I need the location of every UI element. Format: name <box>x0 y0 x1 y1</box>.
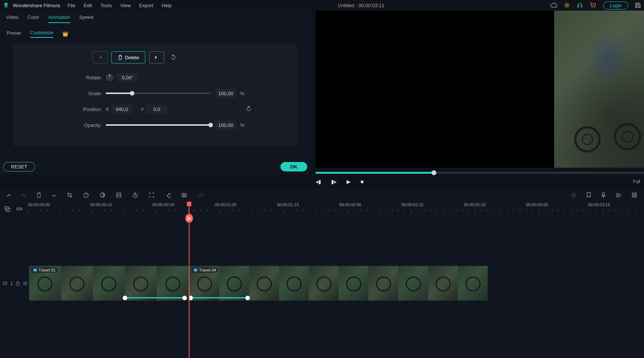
support-icon[interactable] <box>577 2 583 8</box>
brand-name: Wondershare Filmora <box>13 3 60 8</box>
clip-travel-01[interactable]: Travel 01 <box>29 266 189 301</box>
stop-button[interactable]: ■ <box>361 179 364 185</box>
visibility-icon[interactable] <box>23 281 28 285</box>
rotate-value[interactable] <box>117 73 138 82</box>
x-label: X <box>106 106 109 112</box>
position-x-value[interactable] <box>111 105 132 114</box>
fullscreen-button[interactable]: Full <box>633 179 640 184</box>
timeline-body[interactable]: 1 Travel 01 Travel 04 <box>0 223 644 358</box>
tab-preset[interactable]: Preset <box>7 30 21 37</box>
keyframe-dot[interactable] <box>123 296 127 300</box>
tab-color[interactable]: Color <box>28 14 39 23</box>
scissors-icon[interactable] <box>185 214 193 223</box>
redo-icon[interactable]: ↷ <box>22 193 26 199</box>
reset-keyframe-icon[interactable] <box>170 54 176 60</box>
crop-icon[interactable] <box>67 192 72 199</box>
time-ruler[interactable]: 00:00:00:0000:00:00:1000:00:00:2000:00:0… <box>28 202 644 223</box>
rotate-dial[interactable] <box>106 74 113 81</box>
svg-point-35 <box>25 282 26 284</box>
media-icon[interactable] <box>5 206 10 213</box>
speed-icon[interactable] <box>83 192 89 199</box>
preview-progress[interactable] <box>316 172 644 174</box>
track-number: 1 <box>10 281 13 286</box>
svg-line-8 <box>565 3 566 4</box>
cloud-icon[interactable] <box>550 3 557 8</box>
green-screen-icon[interactable] <box>116 192 122 199</box>
scale-unit: % <box>240 91 245 96</box>
render-icon[interactable] <box>570 192 576 199</box>
tab-video[interactable]: Video <box>6 14 18 23</box>
position-row: Position: X Y <box>21 104 290 114</box>
rotate-label: Rotate: <box>21 75 106 80</box>
position-y-value[interactable] <box>146 105 167 114</box>
scale-label: Scale: <box>21 91 106 96</box>
property-tabs: Video Color Animation Speed <box>0 11 310 27</box>
preview-area: ◂▮ ▮▸ ▶ ■ Full <box>310 11 644 189</box>
lock-icon[interactable] <box>16 281 20 286</box>
ruler-label: 00:00:02:10 <box>402 202 424 207</box>
prev-keyframe-button[interactable] <box>92 51 108 63</box>
voiceover-icon[interactable] <box>601 192 606 199</box>
clip-label: Travel 01 <box>31 267 57 273</box>
expand-icon[interactable] <box>149 192 154 199</box>
scale-row: Scale: % <box>21 88 290 98</box>
svg-marker-2 <box>4 6 8 8</box>
keyframe-dot[interactable] <box>182 296 187 300</box>
ruler-label: 00:00:01:15 <box>277 202 299 207</box>
keyframe-dot[interactable] <box>245 296 250 300</box>
settings-sparkle-icon[interactable] <box>564 2 570 8</box>
menu-view[interactable]: View <box>120 3 131 8</box>
duration-icon[interactable] <box>132 192 138 199</box>
prev-frame-button[interactable]: ◂▮ <box>316 179 321 185</box>
split-icon[interactable]: ✂ <box>52 193 56 199</box>
svg-point-23 <box>183 196 184 198</box>
adjust-icon[interactable] <box>181 193 187 199</box>
cart-icon[interactable] <box>590 2 596 8</box>
keyframe-controls: Delete <box>92 51 290 63</box>
menu-file[interactable]: File <box>68 3 75 8</box>
main-menu: File Edit Tools View Export Help <box>68 3 172 8</box>
play-button[interactable]: ▶ <box>347 179 351 185</box>
tab-speed[interactable]: Speed <box>79 14 94 23</box>
snap-icon[interactable] <box>632 192 637 199</box>
keyframe-icon[interactable] <box>165 192 171 199</box>
menu-tools[interactable]: Tools <box>100 3 112 8</box>
svg-line-9 <box>569 7 569 8</box>
opacity-slider[interactable] <box>106 124 211 126</box>
menu-edit[interactable]: Edit <box>84 3 92 8</box>
scale-slider[interactable] <box>106 93 211 94</box>
delete-keyframe-button[interactable]: Delete <box>111 51 145 63</box>
ruler-label: 00:00:01:05 <box>215 202 237 207</box>
ruler-label: 00:00:00:20 <box>153 202 174 207</box>
progress-knob[interactable] <box>431 170 436 175</box>
link-icon[interactable] <box>16 206 22 213</box>
svg-point-25 <box>573 194 574 196</box>
tab-animation[interactable]: Animation <box>48 14 70 23</box>
brand-logo <box>3 2 9 8</box>
tab-customize[interactable]: Customize <box>30 30 53 38</box>
title-right: Login <box>550 2 641 9</box>
position-reset-icon[interactable] <box>246 106 290 113</box>
reset-button[interactable]: RESET <box>3 162 35 171</box>
login-button[interactable]: Login <box>603 2 628 9</box>
svg-point-21 <box>182 193 184 194</box>
preview-video[interactable] <box>316 11 644 168</box>
ok-button[interactable]: OK <box>280 162 308 171</box>
marker-icon[interactable] <box>586 192 591 199</box>
svg-rect-12 <box>578 6 579 7</box>
track-options-icon[interactable] <box>616 193 622 199</box>
next-keyframe-button[interactable] <box>149 51 164 63</box>
color-icon[interactable] <box>100 192 105 199</box>
next-frame-button[interactable]: ▮▸ <box>331 179 337 185</box>
position-label: Position: <box>21 106 106 112</box>
playhead[interactable] <box>189 202 190 358</box>
menu-help[interactable]: Help <box>162 3 172 8</box>
save-icon[interactable] <box>635 2 641 8</box>
menu-export[interactable]: Export <box>139 3 153 8</box>
audio-mixer-icon[interactable] <box>198 193 204 199</box>
scale-value[interactable] <box>215 89 236 98</box>
opacity-value[interactable] <box>215 120 236 130</box>
delete-icon[interactable] <box>36 192 42 199</box>
undo-icon[interactable]: ↶ <box>7 193 11 199</box>
clip-travel-04[interactable]: Travel 04 <box>190 266 488 301</box>
